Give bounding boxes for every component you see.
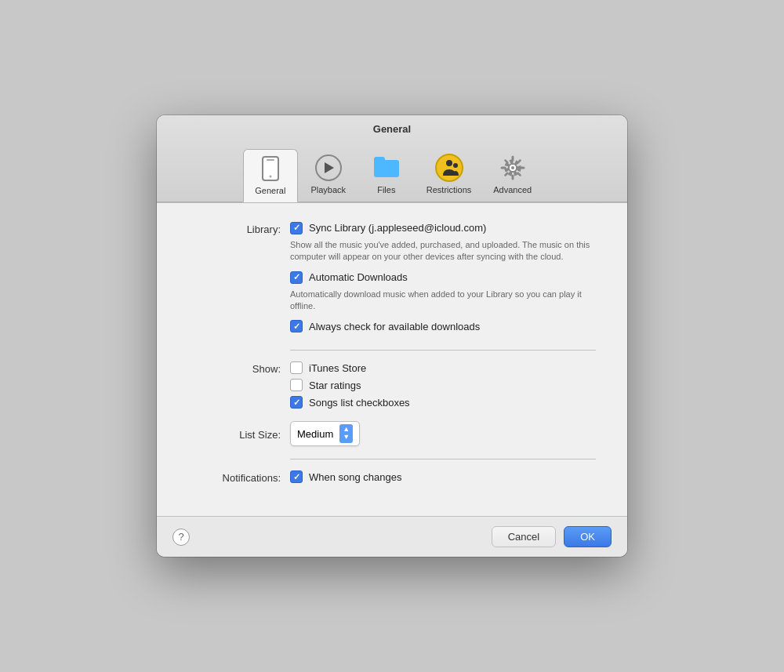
star-ratings-checkbox[interactable] (290, 379, 303, 391)
preferences-window: General General Playback (157, 115, 627, 557)
notifications-row: Notifications: When song changes (188, 470, 596, 488)
library-section: Library: Sync Library (j.appleseed@iclou… (188, 222, 596, 338)
svg-rect-1 (267, 159, 274, 161)
general-icon (256, 154, 285, 183)
svg-rect-4 (374, 157, 385, 163)
restrictions-icon (435, 154, 463, 182)
library-content: Sync Library (j.appleseed@icloud.com) Sh… (290, 222, 596, 338)
songs-list-label: Songs list checkboxes (309, 397, 410, 409)
always-check-label: Always check for available downloads (309, 321, 480, 332)
songs-list-checkbox[interactable] (290, 396, 303, 409)
svg-point-2 (269, 175, 271, 177)
tab-advanced[interactable]: Advanced (484, 149, 541, 202)
itunes-store-checkbox[interactable] (290, 361, 303, 374)
tab-files-label: Files (377, 185, 395, 194)
files-icon (372, 154, 401, 182)
svg-point-11 (511, 166, 514, 169)
notifications-label: Notifications: (188, 470, 290, 484)
playback-icon (314, 154, 343, 182)
library-row: Library: Sync Library (j.appleseed@iclou… (188, 222, 596, 338)
footer: ? Cancel OK (157, 516, 627, 557)
tab-general-label: General (255, 186, 285, 195)
when-song-row: When song changes (290, 470, 596, 483)
show-content: iTunes Store Star ratings Songs list che… (290, 361, 596, 413)
list-size-value: Medium (297, 428, 333, 440)
sync-library-row: Sync Library (j.appleseed@icloud.com) (290, 222, 596, 234)
svg-point-6 (446, 160, 452, 166)
tab-playback-label: Playback (310, 185, 346, 194)
tab-files[interactable]: Files (359, 149, 414, 202)
tab-general[interactable]: General (243, 149, 298, 202)
divider-2 (290, 459, 596, 460)
library-label: Library: (188, 222, 290, 235)
auto-downloads-row: Automatic Downloads (290, 271, 596, 284)
auto-downloads-description: Automatically download music when added … (290, 289, 596, 313)
list-size-label: List Size: (188, 427, 290, 441)
list-size-row: List Size: Medium ▲ ▼ (188, 421, 596, 446)
when-song-checkbox[interactable] (290, 470, 303, 483)
notifications-content: When song changes (290, 470, 596, 488)
divider-1 (290, 350, 596, 351)
show-row: Show: iTunes Store Star ratings Songs li… (188, 361, 596, 413)
always-check-checkbox[interactable] (290, 320, 303, 332)
sync-library-checkbox[interactable] (290, 222, 303, 234)
sync-library-description: Show all the music you've added, purchas… (290, 239, 596, 263)
svg-point-7 (453, 163, 458, 168)
show-label: Show: (188, 361, 290, 375)
show-section: Show: iTunes Store Star ratings Songs li… (188, 361, 596, 446)
cancel-button[interactable]: Cancel (492, 526, 556, 547)
tab-advanced-label: Advanced (493, 185, 532, 194)
advanced-icon (499, 154, 527, 182)
main-content: Library: Sync Library (j.appleseed@iclou… (157, 202, 627, 516)
help-button[interactable]: ? (172, 529, 190, 546)
sync-library-label: Sync Library (j.appleseed@icloud.com) (309, 222, 486, 234)
when-song-label: When song changes (309, 471, 402, 483)
list-size-arrows: ▲ ▼ (339, 424, 353, 443)
itunes-store-label: iTunes Store (309, 362, 366, 374)
star-ratings-row: Star ratings (290, 379, 596, 391)
ok-button[interactable]: OK (564, 526, 612, 547)
window-title: General (157, 123, 627, 135)
songs-list-row: Songs list checkboxes (290, 396, 596, 409)
notifications-section: Notifications: When song changes (188, 470, 596, 488)
star-ratings-label: Star ratings (309, 380, 361, 391)
titlebar: General General Playback (157, 115, 627, 202)
itunes-store-row: iTunes Store (290, 361, 596, 374)
auto-downloads-label: Automatic Downloads (309, 271, 408, 283)
list-size-select[interactable]: Medium ▲ ▼ (290, 421, 360, 446)
tab-restrictions-label: Restrictions (426, 185, 471, 194)
svg-point-5 (436, 154, 463, 181)
footer-buttons: Cancel OK (492, 526, 612, 547)
list-size-content: Medium ▲ ▼ (290, 421, 596, 446)
tab-restrictions[interactable]: Restrictions (417, 149, 481, 202)
auto-downloads-checkbox[interactable] (290, 271, 303, 284)
arrow-down-icon: ▼ (343, 434, 350, 441)
tab-playback[interactable]: Playback (301, 149, 356, 202)
always-check-row: Always check for available downloads (290, 320, 596, 332)
toolbar: General Playback Files (157, 143, 627, 202)
